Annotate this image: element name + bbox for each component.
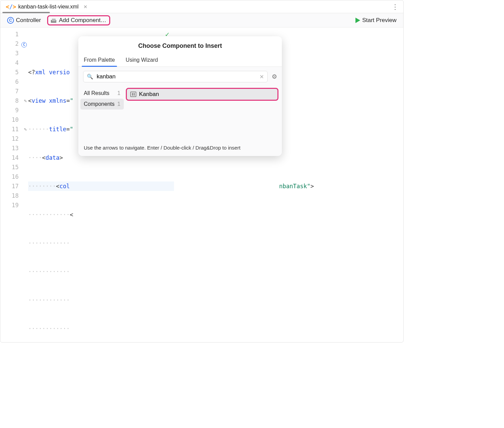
category-count: 1 [117,90,120,96]
edit-gutter-icon[interactable]: ✎ [24,96,27,105]
tab-using-wizard[interactable]: Using Wizard [125,54,159,66]
search-row: 🔍 ✕ ⚙ [78,67,282,86]
gutter: 1 2C 3 4 5 6 7 8✎ 9 10 11✎ 12 13 14 15 1… [0,27,28,343]
line-number: 17 [12,183,19,190]
line-number: 12 [12,135,19,142]
line-number: 6 [15,78,19,85]
line-number: 7 [15,88,19,95]
line-number: 5 [15,69,19,76]
category-count: 1 [117,101,120,107]
controller-label: Controller [16,17,41,24]
category-label: Components [84,101,115,107]
tab-bar: </> kanban-task-list-view.xml ✕ ⋮ [0,0,403,13]
line-number: 15 [12,164,19,171]
tab-filename: kanban-task-list-view.xml [18,4,79,10]
popup-hint: Use the arrows to navigate. Enter / Doub… [78,141,282,156]
kanban-icon [130,92,136,97]
line-number: 16 [12,173,19,180]
add-component-button[interactable]: Add Component… [47,15,110,25]
choose-component-popup: Choose Component to Insert From Palette … [78,36,282,156]
add-component-label: Add Component… [59,17,106,24]
line-number: 9 [15,107,19,114]
xml-file-icon: </> [6,3,16,10]
line-number: 2 [15,40,19,47]
add-component-icon [51,18,57,23]
category-all-results[interactable]: All Results 1 [80,88,124,99]
edit-gutter-icon[interactable]: ✎ [24,124,27,134]
line-number: 18 [12,192,19,199]
search-box[interactable]: 🔍 ✕ [83,71,268,82]
editor-tab[interactable]: </> kanban-task-list-view.xml ✕ [2,0,91,13]
line-number: 1 [15,31,19,38]
popup-tabs: From Palette Using Wizard [78,54,282,67]
controller-button[interactable]: C Controller [4,16,44,25]
line-number: 8 [15,97,19,104]
line-number: 10 [12,116,19,123]
search-input[interactable] [97,73,256,80]
tab-underline [2,12,50,13]
result-label: Kanban [139,91,159,98]
line-number: 3 [15,50,19,57]
category-list: All Results 1 Components 1 [78,86,126,141]
start-preview-label: Start Preview [362,17,396,24]
line-number: 14 [12,154,19,161]
popup-title: Choose Component to Insert [78,36,282,54]
gear-icon[interactable]: ⚙ [272,73,277,80]
tab-from-palette[interactable]: From Palette [83,54,116,66]
result-list: Kanban [126,86,282,141]
line-number: 19 [12,202,19,209]
category-components[interactable]: Components 1 [80,99,124,110]
play-icon [355,18,360,23]
line-number: 4 [15,59,19,66]
controller-icon: C [7,17,14,24]
more-options-icon[interactable]: ⋮ [392,3,399,11]
close-tab-icon[interactable]: ✕ [83,4,88,9]
line-number: 13 [12,145,19,152]
controller-gutter-icon[interactable]: C [21,42,27,47]
search-icon: 🔍 [87,74,93,80]
clear-search-icon[interactable]: ✕ [259,74,264,80]
start-preview-button[interactable]: Start Preview [353,16,399,25]
category-label: All Results [84,90,110,96]
result-kanban[interactable]: Kanban [126,88,278,101]
editor-toolbar: C Controller Add Component… Start Previe… [0,13,403,27]
line-number: 11 [12,126,19,133]
